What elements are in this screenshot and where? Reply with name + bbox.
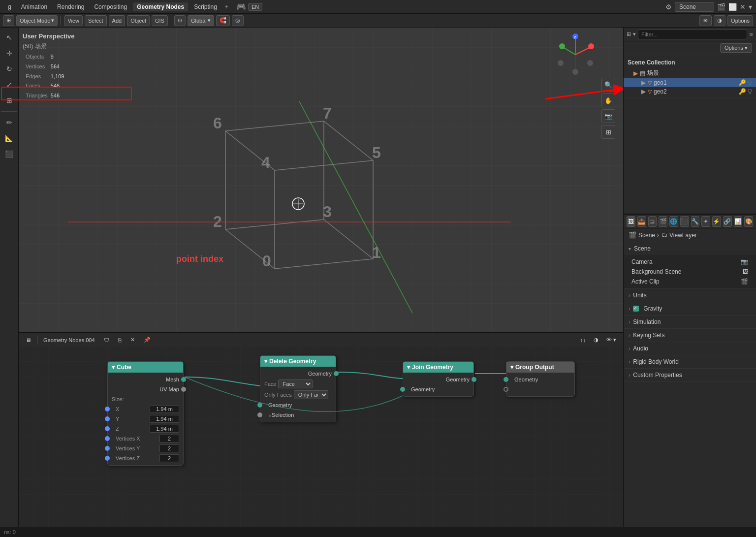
cube-mesh-socket[interactable]: [181, 377, 186, 382]
object-button[interactable]: Object: [127, 15, 150, 26]
add-button[interactable]: Add: [109, 15, 126, 26]
language-selector[interactable]: EN: [248, 3, 262, 11]
viewport-overlay-button[interactable]: 👁: [699, 15, 712, 26]
keying-sets-header[interactable]: › Keying Sets: [624, 329, 756, 342]
view-button[interactable]: View: [64, 15, 83, 26]
cube-vx-socket[interactable]: [105, 436, 110, 441]
gravity-section-header[interactable]: › Gravity: [624, 302, 756, 315]
node-editor[interactable]: ▾ Cube Mesh UV Map Size:: [19, 347, 623, 537]
icon-maximize[interactable]: ⬜: [728, 3, 737, 11]
join-geo-out-socket[interactable]: [472, 377, 476, 382]
cube-node-toggle[interactable]: ▾: [112, 364, 115, 371]
menu-item-rendering[interactable]: Rendering: [53, 2, 88, 11]
tool-scale[interactable]: ⤢: [2, 78, 16, 92]
delete-geo-in-socket[interactable]: [257, 403, 262, 408]
cube-y-socket[interactable]: [105, 416, 110, 421]
camera-button[interactable]: 📷: [601, 109, 615, 123]
cube-x-socket[interactable]: [105, 407, 110, 411]
cube-vz-socket[interactable]: [105, 456, 110, 461]
tool-add-cube[interactable]: ⬛: [2, 147, 16, 161]
delete-geo-out-socket[interactable]: [334, 371, 339, 376]
cube-x-input[interactable]: [150, 405, 179, 413]
custom-properties-header[interactable]: › Custom Properties: [624, 369, 756, 381]
proportional-button[interactable]: ◎: [232, 15, 244, 26]
geo2-filter-icon[interactable]: ▽: [748, 88, 752, 95]
icon-close[interactable]: ✕: [740, 3, 746, 11]
cube-vz-input[interactable]: [159, 454, 179, 462]
simulation-section-header[interactable]: › Simulation: [624, 316, 756, 328]
menu-item-compositing[interactable]: Compositing: [90, 2, 131, 11]
prop-tab-physics[interactable]: ⚡: [712, 216, 721, 227]
scene-selector[interactable]: Scene: [675, 2, 714, 12]
tool-move[interactable]: ✛: [2, 46, 16, 60]
copy-icon[interactable]: ⎘: [115, 336, 125, 344]
menu-item-scripting[interactable]: Scripting: [190, 2, 221, 11]
node-view-button[interactable]: 👁 ▾: [603, 336, 619, 344]
pivot-button[interactable]: ⊙: [174, 15, 186, 26]
direction-button[interactable]: ↑↓: [577, 336, 589, 344]
cube-uvmap-socket[interactable]: [181, 387, 186, 392]
object-mode-button[interactable]: Object Mode ▾: [16, 15, 58, 26]
gizmo-widget[interactable]: Z: [553, 32, 598, 77]
snapping-button[interactable]: 🧲: [216, 15, 230, 26]
hand-pan-button[interactable]: ✋: [601, 94, 615, 107]
outliner-item-geo1[interactable]: ▶ ▽ geo1 🔑 ▽: [624, 78, 756, 87]
audio-section-header[interactable]: › Audio: [624, 342, 756, 355]
geo2-key-icon[interactable]: 🔑: [739, 88, 746, 95]
geo1-key-icon[interactable]: 🔑: [739, 79, 746, 86]
prop-tab-world[interactable]: 🌐: [669, 216, 678, 227]
cube-z-socket[interactable]: [105, 426, 110, 431]
prop-tab-render[interactable]: 🖼: [627, 216, 635, 227]
tool-rotate[interactable]: ↻: [2, 62, 16, 76]
group-out-extra-socket[interactable]: [504, 387, 508, 392]
menu-item-geometry-nodes[interactable]: Geometry Nodes: [133, 2, 188, 11]
zoom-in-button[interactable]: 🔍: [601, 78, 615, 92]
menu-item-animation[interactable]: Animation: [17, 2, 51, 11]
join-geo-in-socket[interactable]: [400, 387, 405, 392]
group-out-geo-socket[interactable]: [504, 377, 508, 382]
add-workspace-button[interactable]: +: [223, 2, 230, 11]
geo1-filter-icon[interactable]: ▽: [748, 79, 752, 86]
pin-button[interactable]: 📌: [141, 336, 154, 344]
options-button[interactable]: Options: [727, 15, 753, 26]
delete-geo-toggle[interactable]: ▾: [264, 358, 267, 365]
cube-vy-input[interactable]: [159, 444, 179, 452]
grid-button[interactable]: ⊞: [601, 125, 615, 139]
cube-vy-socket[interactable]: [105, 446, 110, 451]
tool-cursor[interactable]: ↖: [2, 31, 16, 44]
delete-geo-mode-select[interactable]: Only Faces All: [294, 390, 328, 399]
icon-menu-arrow[interactable]: ▾: [749, 3, 752, 11]
viewport-3d[interactable]: User Perspective (50) 场景 Objects9 Vertic…: [19, 28, 623, 333]
prop-tab-modifier[interactable]: 🔧: [691, 216, 700, 227]
shading-mode-button[interactable]: ◑: [714, 15, 725, 26]
tool-annotate[interactable]: ✏: [2, 116, 16, 129]
node-overlay-button[interactable]: ◑: [591, 336, 601, 344]
rigid-body-world-header[interactable]: › Rigid Body World: [624, 355, 756, 368]
outliner-filter-icon[interactable]: ≡: [749, 31, 753, 38]
delete-geo-face-select[interactable]: Face Vertex Edge: [278, 379, 313, 388]
cube-y-input[interactable]: [150, 415, 179, 423]
gis-button[interactable]: GIS: [152, 15, 168, 26]
options-dropdown-btn[interactable]: Options ▾: [720, 43, 752, 53]
prop-tab-object[interactable]: ⬛: [680, 216, 689, 227]
close-node-file-button[interactable]: ✕: [127, 336, 138, 344]
group-output-toggle[interactable]: ▾: [510, 364, 513, 371]
toolbar-view-button[interactable]: ⊞: [3, 15, 14, 26]
cube-vx-input[interactable]: [159, 435, 179, 442]
gravity-checkbox[interactable]: [633, 306, 639, 312]
units-section-header[interactable]: › Units: [624, 289, 756, 302]
prop-tab-output[interactable]: 📤: [637, 216, 646, 227]
prop-tab-data[interactable]: 📊: [734, 216, 743, 227]
outliner-item-scene[interactable]: ▶ ▤ 场景: [624, 68, 756, 78]
join-geo-toggle[interactable]: ▾: [407, 364, 410, 371]
prop-tab-material[interactable]: 🎨: [744, 216, 753, 227]
select-button[interactable]: Select: [85, 15, 107, 26]
prop-tab-scene[interactable]: 🎬: [659, 216, 667, 227]
cube-z-input[interactable]: [150, 425, 179, 433]
outliner-search-input[interactable]: [638, 30, 747, 39]
icon-render[interactable]: 🎬: [717, 3, 725, 11]
prop-tab-particles[interactable]: ✦: [701, 216, 710, 227]
icon-settings[interactable]: ⚙: [665, 3, 672, 11]
tool-transform[interactable]: ⊞: [2, 94, 16, 107]
outliner-item-geo2[interactable]: ▶ ▽ geo2 🔑 ▽: [624, 87, 756, 96]
